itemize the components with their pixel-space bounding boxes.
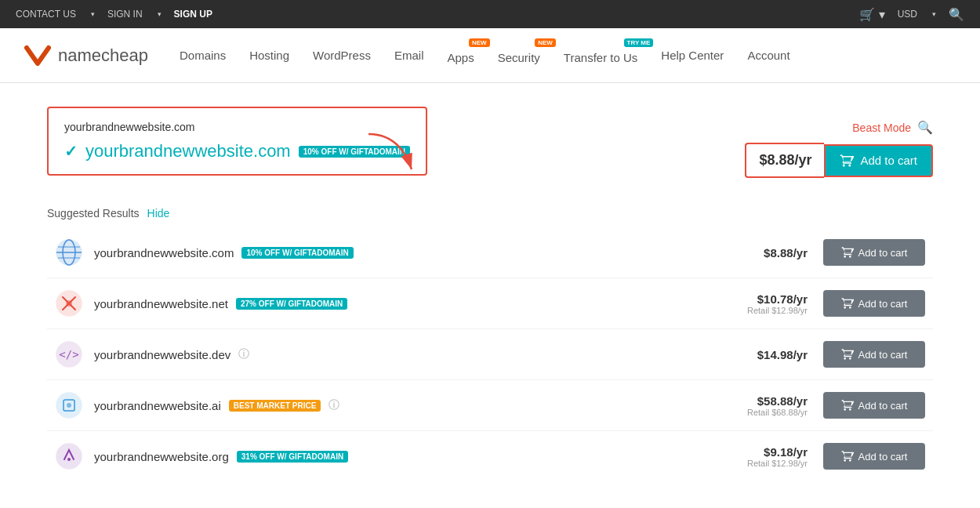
nav-link-email[interactable]: Email bbox=[394, 49, 424, 62]
suggested-label: Suggested Results bbox=[47, 207, 140, 220]
price-cell-com: $8.88/yr bbox=[729, 246, 808, 259]
svg-point-7 bbox=[66, 300, 72, 307]
result-row-dev: </> yourbrandnewwebsite.dev ⓘ $14.98/yr … bbox=[47, 329, 933, 380]
info-icon-ai[interactable]: ⓘ bbox=[328, 398, 339, 412]
domain-text-ai: yourbrandnewwebsite.ai bbox=[94, 399, 221, 412]
currency-selector[interactable]: USD bbox=[898, 9, 917, 20]
logo-icon bbox=[24, 42, 52, 70]
price-main-ai: $58.88/yr bbox=[729, 394, 808, 408]
nav-link-transfer[interactable]: Transfer to Us TRY ME bbox=[564, 46, 637, 64]
top-bar-left: CONTACT US ▾ SIGN IN ▾ SIGN UP bbox=[16, 9, 212, 20]
transfer-badge: TRY ME bbox=[624, 38, 654, 47]
nav-link-hosting[interactable]: Hosting bbox=[249, 49, 289, 62]
add-to-cart-label-org: Add to cart bbox=[858, 451, 908, 463]
add-to-cart-com[interactable]: Add to cart bbox=[823, 239, 925, 266]
result-icon-org bbox=[55, 442, 83, 470]
check-icon: ✓ bbox=[64, 142, 78, 161]
svg-point-13 bbox=[56, 444, 82, 469]
svg-text:</>: </> bbox=[59, 348, 78, 361]
logo-text: namecheap bbox=[58, 45, 148, 66]
result-icon-net bbox=[55, 289, 83, 318]
domain-cell-dev: yourbrandnewwebsite.dev ⓘ bbox=[94, 347, 729, 361]
search-query: yourbrandnewwebsite.com bbox=[64, 121, 410, 133]
dropdown-arrow-contact: ▾ bbox=[91, 10, 95, 18]
discount-badge-main: 10% OFF W/ GIFTADOMAIN bbox=[299, 146, 410, 158]
suggested-header: Suggested Results Hide bbox=[47, 207, 933, 220]
nav-link-account[interactable]: Account bbox=[747, 49, 789, 62]
svg-point-14 bbox=[67, 458, 71, 461]
suggested-section: Suggested Results Hide yourbrandnewwebs bbox=[47, 207, 933, 481]
add-to-cart-dev[interactable]: Add to cart bbox=[823, 341, 925, 368]
price-main-dev: $14.98/yr bbox=[729, 348, 808, 361]
nav-security-label: Security bbox=[498, 51, 540, 64]
hide-link[interactable]: Hide bbox=[147, 207, 170, 220]
dropdown-arrow-currency: ▾ bbox=[932, 10, 936, 18]
navbar: namecheap Domains Hosting WordPress Emai… bbox=[0, 28, 980, 83]
main-add-to-cart-label: Add to cart bbox=[860, 154, 917, 167]
add-to-cart-org[interactable]: Add to cart bbox=[823, 443, 925, 470]
domain-name-large: yourbrandnewwebsite.com bbox=[85, 141, 291, 161]
nav-link-domains[interactable]: Domains bbox=[180, 49, 226, 62]
top-bar: CONTACT US ▾ SIGN IN ▾ SIGN UP 🛒 ▾ USD ▾… bbox=[0, 0, 980, 28]
domain-cell-net: yourbrandnewwebsite.net 27% OFF W/ GIFTA… bbox=[94, 297, 729, 310]
sign-in-link[interactable]: SIGN IN bbox=[107, 9, 143, 20]
main-add-to-cart-button[interactable]: Add to cart bbox=[824, 144, 933, 177]
price-cell-dev: $14.98/yr bbox=[729, 348, 808, 361]
cart-icon[interactable]: 🛒 ▾ bbox=[859, 7, 884, 22]
main-result-right-area: Beast Mode 🔍 $8.88/yr Add to cart bbox=[745, 120, 933, 178]
domain-text-com: yourbrandnewwebsite.com bbox=[94, 246, 234, 259]
results-list: yourbrandnewwebsite.com 10% OFF W/ GIFTA… bbox=[47, 227, 933, 481]
domain-available: ✓ yourbrandnewwebsite.com 10% OFF W/ GIF… bbox=[64, 141, 410, 161]
result-row-com: yourbrandnewwebsite.com 10% OFF W/ GIFTA… bbox=[47, 227, 933, 278]
cart-icon-com bbox=[841, 246, 854, 259]
domain-cell-ai: yourbrandnewwebsite.ai BEST MARKET PRICE… bbox=[94, 398, 729, 412]
cart-icon-ai bbox=[841, 399, 854, 412]
top-bar-right: 🛒 ▾ USD ▾ 🔍 bbox=[859, 7, 964, 22]
search-box-wrapper: yourbrandnewwebsite.com ✓ yourbrandnewwe… bbox=[47, 107, 427, 191]
beast-mode-label: Beast Mode bbox=[852, 122, 911, 134]
domain-cell-org: yourbrandnewwebsite.org 31% OFF W/ GIFTA… bbox=[94, 450, 729, 463]
cart-icon-main bbox=[840, 154, 854, 168]
nav-link-wordpress[interactable]: WordPress bbox=[313, 49, 371, 62]
result-icon-com bbox=[55, 238, 83, 267]
nav-link-help[interactable]: Help Center bbox=[661, 49, 724, 62]
security-badge: NEW bbox=[535, 38, 556, 47]
beast-mode-area[interactable]: Beast Mode 🔍 bbox=[852, 120, 933, 135]
domain-text-org: yourbrandnewwebsite.org bbox=[94, 450, 229, 463]
cart-icon-net bbox=[841, 297, 854, 310]
search-glass-icon[interactable]: 🔍 bbox=[917, 120, 933, 135]
result-icon-dev: </> bbox=[55, 340, 83, 368]
logo-area: namecheap bbox=[24, 42, 148, 70]
cart-icon-dev bbox=[841, 348, 854, 361]
add-to-cart-ai[interactable]: Add to cart bbox=[823, 392, 925, 419]
nav-transfer-label: Transfer to Us bbox=[564, 51, 637, 64]
add-to-cart-net[interactable]: Add to cart bbox=[823, 290, 925, 317]
badge-com: 10% OFF W/ GIFTADOMAIN bbox=[241, 247, 353, 259]
dropdown-arrow-signin: ▾ bbox=[158, 10, 162, 18]
search-icon-top[interactable]: 🔍 bbox=[949, 7, 964, 22]
contact-us-link[interactable]: CONTACT US bbox=[16, 9, 76, 20]
add-to-cart-label-dev: Add to cart bbox=[858, 349, 908, 361]
add-to-cart-label-com: Add to cart bbox=[858, 247, 908, 259]
nav-link-apps[interactable]: Apps NEW bbox=[447, 46, 474, 64]
nav-apps-label: Apps bbox=[447, 51, 474, 64]
info-icon-dev[interactable]: ⓘ bbox=[238, 347, 249, 361]
price-retail-net: Retail $12.98/yr bbox=[729, 306, 808, 315]
price-retail-org: Retail $12.98/yr bbox=[729, 459, 808, 468]
search-box-left: yourbrandnewwebsite.com ✓ yourbrandnewwe… bbox=[64, 121, 410, 161]
main-content: yourbrandnewwebsite.com ✓ yourbrandnewwe… bbox=[0, 83, 980, 505]
sign-up-link[interactable]: SIGN UP bbox=[174, 9, 212, 20]
cart-icon-org bbox=[841, 450, 854, 463]
add-to-cart-label-net: Add to cart bbox=[858, 298, 908, 310]
price-retail-ai: Retail $68.88/yr bbox=[729, 408, 808, 417]
main-price-cart: $8.88/yr Add to cart bbox=[745, 143, 933, 178]
badge-org: 31% OFF W/ GIFTADOMAIN bbox=[237, 451, 348, 463]
main-price-tag: $8.88/yr bbox=[745, 143, 824, 178]
apps-badge: NEW bbox=[469, 38, 490, 47]
price-cell-net: $10.78/yr Retail $12.98/yr bbox=[729, 292, 808, 315]
price-main-net: $10.78/yr bbox=[729, 292, 808, 306]
price-main-org: $9.18/yr bbox=[729, 445, 808, 459]
svg-point-12 bbox=[67, 403, 71, 408]
search-box: yourbrandnewwebsite.com ✓ yourbrandnewwe… bbox=[47, 107, 427, 176]
nav-link-security[interactable]: Security NEW bbox=[498, 46, 540, 64]
